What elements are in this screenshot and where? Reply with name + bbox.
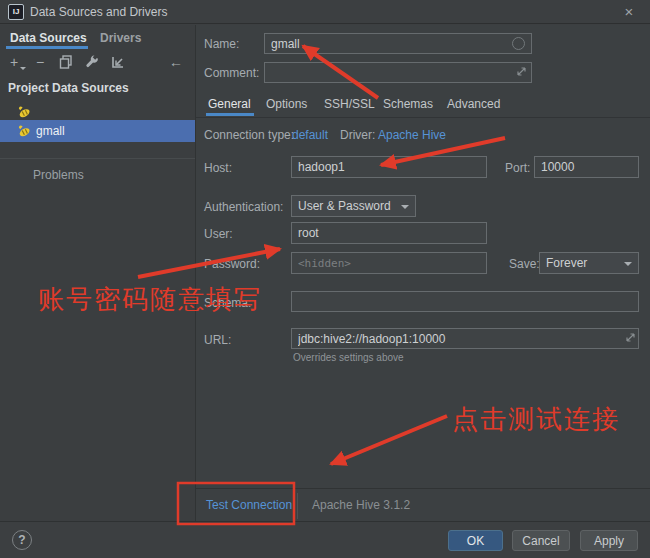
help-icon[interactable]: ? <box>12 530 32 550</box>
tab-schemas[interactable]: Schemas <box>383 97 433 111</box>
sidebar-separator <box>0 158 195 159</box>
schema-label: Schema: <box>204 296 251 310</box>
tree-row-gmall[interactable]: gmall <box>0 120 195 142</box>
name-input[interactable] <box>264 33 532 54</box>
driver-label: Driver: <box>340 128 375 142</box>
import-icon[interactable] <box>110 54 126 70</box>
add-icon[interactable]: + <box>6 54 22 70</box>
url-note: Overrides settings above <box>293 352 404 363</box>
hive-icon <box>16 123 32 139</box>
port-label: Port: <box>505 161 530 175</box>
schema-input[interactable] <box>291 291 639 312</box>
test-connection-link[interactable]: Test Connection <box>206 498 292 512</box>
form-tabs-separator <box>196 117 650 118</box>
driver-version-label: Apache Hive 3.1.2 <box>312 498 410 512</box>
tab-advanced[interactable]: Advanced <box>447 97 500 111</box>
tree-item-label: gmall <box>36 124 65 138</box>
window-title: Data Sources and Drivers <box>30 5 167 19</box>
close-icon[interactable]: × <box>620 3 638 21</box>
titlebar: IJ Data Sources and Drivers × <box>0 0 650 24</box>
footer-divider <box>297 493 298 519</box>
data-sources-dialog: IJ Data Sources and Drivers × Data Sourc… <box>0 0 650 558</box>
connection-type-link[interactable]: default <box>292 128 328 142</box>
duplicate-icon[interactable] <box>58 54 74 70</box>
user-label: User: <box>204 227 233 241</box>
intellij-logo-icon: IJ <box>8 4 24 20</box>
chevron-down-icon <box>624 262 632 266</box>
tab-ssh-ssl[interactable]: SSH/SSL <box>324 97 375 111</box>
back-icon[interactable]: ← <box>168 54 184 70</box>
connection-type-label: Connection type: <box>204 128 294 142</box>
host-input[interactable] <box>291 156 487 178</box>
name-label: Name: <box>204 37 239 51</box>
port-input[interactable] <box>534 156 639 178</box>
tab-options[interactable]: Options <box>266 97 307 111</box>
save-label: Save: <box>509 257 540 271</box>
tree-row-hive[interactable] <box>0 101 195 122</box>
comment-input[interactable] <box>264 62 532 83</box>
remove-icon[interactable]: − <box>32 54 48 70</box>
password-label: Password: <box>204 257 260 271</box>
dialog-buttons-bar: ? OK Cancel Apply <box>0 521 650 558</box>
ok-button[interactable]: OK <box>448 530 503 551</box>
problems-label: Problems <box>33 168 84 182</box>
hive-icon <box>16 104 32 120</box>
authentication-select[interactable]: User & Password <box>291 195 416 217</box>
url-label: URL: <box>204 333 231 347</box>
save-select[interactable]: Forever <box>539 252 639 274</box>
authentication-label: Authentication: <box>204 200 283 214</box>
tab-data-sources[interactable]: Data Sources <box>10 31 87 45</box>
save-value: Forever <box>546 256 587 270</box>
tab-drivers[interactable]: Drivers <box>100 31 141 45</box>
authentication-value: User & Password <box>298 199 391 213</box>
apply-button[interactable]: Apply <box>580 530 638 551</box>
password-input[interactable] <box>291 252 487 274</box>
host-label: Host: <box>204 161 232 175</box>
footer-separator <box>196 488 650 489</box>
driver-link[interactable]: Apache Hive <box>378 128 446 142</box>
sidebar: Data Sources Drivers + − ← → Project Dat… <box>0 25 195 521</box>
active-form-tab-underline <box>206 113 254 116</box>
active-tab-underline <box>6 46 88 49</box>
url-input[interactable] <box>291 328 639 349</box>
config-panel: Name: Comment: General Options SSH/SSL S… <box>195 25 650 521</box>
comment-label: Comment: <box>204 66 259 80</box>
chevron-down-icon <box>401 205 409 209</box>
cancel-button[interactable]: Cancel <box>512 530 570 551</box>
wrench-icon[interactable] <box>84 54 100 70</box>
sidebar-toolbar: + − ← → <box>6 53 210 71</box>
user-input[interactable] <box>291 222 487 244</box>
project-data-sources-header: Project Data Sources <box>8 81 129 95</box>
tab-general[interactable]: General <box>208 97 251 111</box>
